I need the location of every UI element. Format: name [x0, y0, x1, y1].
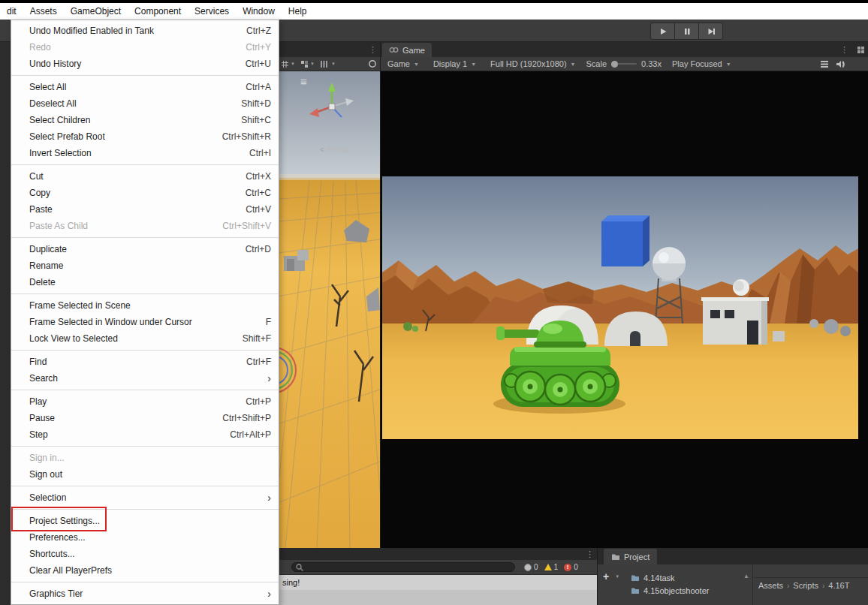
chevron-down-icon: ▼ [471, 62, 476, 67]
scene-panel: ⋮ ▼ ▼ ▼ [278, 42, 380, 548]
folder-item-414task[interactable]: 4.14task [631, 572, 709, 583]
game-view-dropdown[interactable]: Game ▼ [384, 57, 423, 71]
scene-orientation-gizmo[interactable] [308, 81, 356, 129]
menu-item-find[interactable]: FindCtrl+F [11, 354, 279, 370]
menu-item-label: Redo [29, 39, 237, 56]
menu-item-shortcuts[interactable]: Shortcuts... [11, 546, 279, 562]
tab-project[interactable]: Project [604, 549, 657, 564]
menubar-item-gameobject[interactable]: GameObject [64, 3, 128, 20]
camera-circle-icon [368, 59, 377, 68]
menu-item-label: Select All [29, 79, 237, 95]
menu-item-shortcut: Ctrl+P [246, 393, 271, 410]
menu-item-rename[interactable]: Rename [11, 257, 279, 274]
stats-icon[interactable] [820, 60, 829, 68]
play-button[interactable] [650, 23, 675, 40]
chevron-down-icon: ▼ [571, 62, 576, 67]
menu-item-copy[interactable]: CopyCtrl+C [11, 185, 279, 201]
resolution-dropdown[interactable]: Full HD (1920x1080) ▼ [487, 57, 579, 71]
breadcrumb-scripts[interactable]: Scripts [793, 581, 818, 590]
step-button[interactable] [698, 23, 723, 40]
console-count-badges: 0 1 ! 0 [524, 563, 578, 571]
folder-label: 4.14task [643, 573, 675, 582]
folder-item-415objectshooter[interactable]: 4.15objectshooter [631, 585, 709, 596]
menu-item-deselect-all[interactable]: Deselect AllShift+D [11, 95, 279, 112]
game-view[interactable] [381, 71, 868, 548]
menu-item-clear-all-playerprefs[interactable]: Clear All PlayerPrefs [11, 562, 279, 579]
menubar-item-edit[interactable]: dit [0, 3, 23, 20]
menu-item-label: Pause [29, 410, 213, 426]
breadcrumb: Assets › Scripts › 4.16T [753, 578, 868, 590]
menu-item-pause[interactable]: PauseCtrl+Shift+P [11, 410, 279, 426]
scene-camera-button[interactable] [368, 59, 377, 68]
search-icon [296, 564, 303, 571]
scene-panel-menu-icon[interactable]: ⋮ [365, 45, 380, 55]
console-search-input[interactable] [291, 562, 515, 572]
create-asset-button[interactable]: + ▼ [603, 570, 619, 582]
projection-toggle[interactable]: < Persp [320, 145, 349, 154]
menu-item-frame-selected-in-scene[interactable]: Frame Selected in Scene [11, 297, 279, 314]
menu-item-selection[interactable]: Selection› [11, 489, 279, 506]
menu-item-shortcut: Ctrl+A [246, 79, 271, 95]
console-panel-menu-icon[interactable]: ⋮ [582, 549, 597, 559]
menu-item-frame-selected-in-window[interactable]: Frame Selected in Window under CursorF [11, 314, 279, 330]
menu-item-select-prefab-root[interactable]: Select Prefab RootCtrl+Shift+R [11, 128, 279, 145]
menu-item-graphics-tier[interactable]: Graphics Tier› [11, 585, 279, 602]
error-count-toggle[interactable]: ! 0 [564, 563, 578, 571]
menu-separator [11, 350, 279, 351]
menu-separator [11, 164, 279, 165]
console-log-entry-empty[interactable] [278, 590, 597, 605]
breadcrumb-assets[interactable]: Assets [758, 581, 783, 590]
scene-view[interactable]: ≡ < Persp [278, 71, 380, 548]
menubar-item-component[interactable]: Component [128, 3, 188, 20]
scale-slider[interactable] [611, 63, 637, 65]
pause-button[interactable] [674, 23, 699, 40]
chevron-down-icon: ▼ [331, 62, 336, 66]
display-dropdown[interactable]: Display 1 ▼ [429, 57, 480, 71]
menu-item-label: Search [29, 370, 258, 387]
scale-slider-knob[interactable] [611, 61, 618, 68]
menu-item-label: Paste As Child [29, 218, 213, 234]
scale-label: Scale [586, 59, 607, 68]
menu-item-invert-selection[interactable]: Invert SelectionCtrl+I [11, 145, 279, 161]
menu-item-lock-view-to-selected[interactable]: Lock View to SelectedShift+F [11, 330, 279, 347]
menu-separator [11, 390, 279, 390]
mute-audio-icon[interactable] [836, 60, 845, 68]
menu-item-label: Shortcuts... [29, 546, 262, 562]
menu-item-step[interactable]: StepCtrl+Alt+P [11, 426, 279, 443]
menubar-item-window[interactable]: Window [236, 3, 282, 20]
menu-item-undo-modified[interactable]: Undo Modified Enabled in TankCtrl+Z [11, 23, 279, 39]
menu-item-undo-history[interactable]: Undo HistoryCtrl+U [11, 56, 279, 72]
snap-increment-dropdown[interactable]: ▼ [320, 60, 336, 68]
menu-item-sign-out[interactable]: Sign out [11, 466, 279, 483]
menubar-item-assets[interactable]: Assets [23, 3, 64, 20]
scroll-up-icon[interactable]: ▲ [743, 573, 749, 579]
menu-item-select-all[interactable]: Select AllCtrl+A [11, 79, 279, 95]
play-focused-dropdown[interactable]: Play Focused ▼ [668, 57, 735, 71]
menu-item-redo[interactable]: RedoCtrl+Y [11, 39, 279, 56]
warning-count-toggle[interactable]: 1 [544, 563, 559, 571]
scene-overlay-menu-icon[interactable]: ≡ [300, 76, 307, 87]
tab-game[interactable]: Game [382, 43, 432, 57]
menu-item-paste-as-child[interactable]: Paste As ChildCtrl+Shift+V [11, 218, 279, 234]
layout-grid-icon[interactable] [857, 46, 865, 54]
menubar-item-services[interactable]: Services [188, 3, 236, 20]
menu-item-select-children[interactable]: Select ChildrenShift+C [11, 112, 279, 128]
menu-item-search[interactable]: Search› [11, 370, 279, 387]
menubar-item-help[interactable]: Help [282, 3, 314, 20]
menu-item-duplicate[interactable]: DuplicateCtrl+D [11, 241, 279, 257]
grid-visibility-dropdown[interactable]: ▼ [281, 60, 295, 68]
menu-item-delete[interactable]: Delete [11, 274, 279, 290]
game-panel-menu-icon[interactable]: ⋮ [836, 45, 852, 55]
breadcrumb-current[interactable]: 4.16T [828, 581, 849, 590]
console-log-entry[interactable]: sing! [278, 575, 597, 590]
menu-item-preferences[interactable]: Preferences... [11, 529, 279, 546]
project-panel: Project + ▼ 4.14task 4.15objectshooter ▲ [597, 548, 868, 605]
menu-item-sign-in[interactable]: Sign in... [11, 450, 279, 466]
snap-settings-dropdown[interactable]: ▼ [300, 60, 315, 68]
menu-item-shortcut: Ctrl+X [246, 168, 271, 185]
menu-item-play[interactable]: PlayCtrl+P [11, 393, 279, 410]
blue-cube [601, 215, 649, 266]
menu-item-cut[interactable]: CutCtrl+X [11, 168, 279, 185]
menu-item-paste[interactable]: PasteCtrl+V [11, 201, 279, 218]
log-count-toggle[interactable]: 0 [524, 563, 538, 571]
